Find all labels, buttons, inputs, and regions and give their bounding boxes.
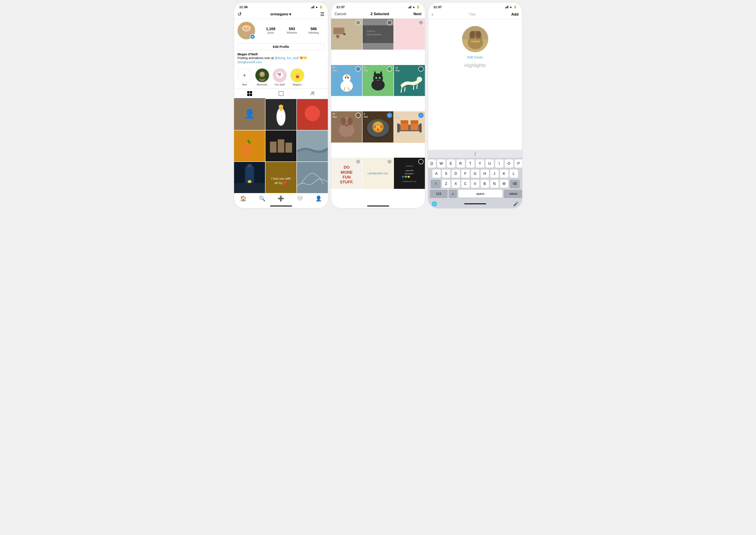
- tab-igtv[interactable]: [265, 89, 297, 99]
- key-x[interactable]: X: [452, 180, 460, 188]
- highlight-belgium[interactable]: 🍟 Belgium: [290, 68, 304, 86]
- key-r[interactable]: R: [456, 159, 465, 168]
- grid-post[interactable]: [297, 130, 328, 161]
- add-button[interactable]: Add: [511, 12, 518, 17]
- key-m[interactable]: M: [500, 180, 508, 188]
- home-icon[interactable]: 🏠: [240, 195, 247, 202]
- profile-icon[interactable]: 👤: [315, 195, 322, 202]
- key-l[interactable]: L: [510, 170, 518, 178]
- grid-post[interactable]: I love you with all my ❤️: [265, 162, 296, 193]
- cover-photo: [462, 26, 488, 52]
- back-button[interactable]: ‹: [432, 12, 433, 17]
- return-key[interactable]: return: [504, 190, 522, 198]
- key-b[interactable]: B: [481, 180, 489, 188]
- media-item-dog[interactable]: 23Sep: [331, 111, 362, 142]
- svg-text:MORE: MORE: [340, 170, 352, 175]
- highlight-memories[interactable]: Memories: [255, 68, 269, 86]
- svg-point-58: [347, 77, 349, 79]
- highlight-nav: ‹ Title Add: [428, 10, 522, 19]
- key-w[interactable]: W: [437, 159, 446, 168]
- key-y[interactable]: Y: [476, 159, 484, 168]
- bio-handle[interactable]: @doing_fun_stuff: [275, 56, 299, 60]
- new-story-button[interactable]: + New: [238, 68, 252, 86]
- key-f[interactable]: F: [461, 170, 470, 178]
- key-n[interactable]: N: [490, 180, 499, 188]
- key-g[interactable]: G: [471, 170, 479, 178]
- globe-icon[interactable]: 🌐: [432, 201, 437, 207]
- edit-profile-button[interactable]: Edit Profile: [238, 43, 325, 50]
- grid-post[interactable]: [297, 99, 328, 130]
- svg-rect-95: [411, 123, 418, 130]
- key-e[interactable]: E: [447, 159, 455, 168]
- status-bar-2: 11:37 ▲ 🔋: [331, 2, 425, 10]
- history-icon[interactable]: ↺: [238, 12, 242, 17]
- grid-post[interactable]: [234, 130, 265, 161]
- svg-rect-94: [400, 123, 408, 130]
- grid-post[interactable]: [234, 162, 265, 193]
- grid-post[interactable]: 👤: [234, 99, 265, 130]
- svg-rect-15: [247, 94, 250, 96]
- title-input-placeholder[interactable]: Title: [469, 12, 476, 17]
- media-item-goat[interactable]: 12Sep: [394, 65, 425, 96]
- media-item-food[interactable]: 5Oct ✓: [363, 111, 393, 142]
- grid-post[interactable]: [265, 99, 296, 130]
- key-t[interactable]: T: [466, 159, 474, 168]
- key-i[interactable]: I: [495, 159, 503, 168]
- followers-stat[interactable]: 593 followers: [287, 27, 297, 34]
- search-icon[interactable]: 🔍: [259, 195, 265, 202]
- key-j[interactable]: J: [490, 170, 499, 178]
- edit-cover-link[interactable]: Edit Cover: [467, 55, 483, 59]
- media-item-chicken[interactable]: 10Sep: [331, 65, 362, 96]
- posts-grid: 👤: [234, 99, 328, 193]
- status-bar-3: 11:37 ▲ 🔋: [428, 2, 522, 10]
- key-p[interactable]: P: [514, 159, 522, 168]
- cancel-button[interactable]: Cancel: [335, 12, 346, 16]
- following-stat[interactable]: 586 following: [309, 27, 319, 34]
- media-item[interactable]: [394, 19, 425, 50]
- tab-tagged[interactable]: [297, 89, 328, 99]
- svg-text:🐕: 🐕: [277, 72, 282, 77]
- bio-link[interactable]: doingfunstuff.com: [238, 60, 325, 64]
- activity-icon[interactable]: 🤍: [296, 195, 303, 202]
- media-item-rolls[interactable]: 6Oct ✓: [394, 111, 425, 142]
- key-s[interactable]: S: [442, 170, 450, 178]
- key-z[interactable]: Z: [442, 180, 450, 188]
- svg-point-65: [375, 77, 377, 79]
- media-item-text2[interactable]: I APPRECIATE YOU.: [363, 158, 393, 189]
- tab-grid[interactable]: [234, 89, 265, 99]
- numbers-key[interactable]: 123: [430, 190, 447, 198]
- key-v[interactable]: V: [471, 180, 479, 188]
- select-indicator: [356, 20, 361, 25]
- key-h[interactable]: H: [481, 170, 489, 178]
- grid-post[interactable]: [265, 130, 296, 161]
- delete-key[interactable]: ⌫: [510, 180, 520, 188]
- highlight-fun-stuff[interactable]: 🐕 Fun Stuff: [273, 68, 287, 86]
- key-k[interactable]: K: [500, 170, 508, 178]
- key-o[interactable]: O: [505, 159, 513, 168]
- username-button[interactable]: ormegano ▾: [270, 12, 291, 17]
- hamburger-menu-icon[interactable]: ☰: [320, 12, 325, 17]
- mic-icon[interactable]: 🎤: [513, 201, 519, 207]
- key-u[interactable]: U: [485, 159, 494, 168]
- media-item[interactable]: [331, 19, 362, 50]
- grid-post[interactable]: [297, 162, 328, 193]
- key-c[interactable]: C: [461, 180, 470, 188]
- key-a[interactable]: A: [432, 170, 441, 178]
- media-item[interactable]: Feel so last weekend: [363, 19, 393, 50]
- followers-label: followers: [287, 31, 297, 34]
- media-item-cat[interactable]: 11Sep: [363, 65, 393, 96]
- battery-icon: 🔋: [319, 5, 323, 9]
- key-d[interactable]: D: [452, 170, 460, 178]
- create-post-icon[interactable]: ➕: [278, 195, 284, 202]
- space-key[interactable]: space: [458, 190, 502, 198]
- add-story-button[interactable]: +: [250, 34, 255, 39]
- svg-rect-55: [345, 81, 348, 87]
- next-button[interactable]: Next: [414, 12, 421, 16]
- shift-key[interactable]: ⇧: [431, 180, 441, 188]
- media-grid: Feel so last weekend: [331, 19, 425, 204]
- emoji-key[interactable]: ☺: [449, 190, 457, 198]
- media-item-dark[interactable]: leahojing I appreciate @ormegano ! 💙💚💛 I…: [394, 158, 425, 189]
- svg-text:👤: 👤: [244, 108, 255, 119]
- key-q[interactable]: Q: [428, 159, 436, 168]
- media-item-text1[interactable]: DO MORE FUN STUFF.: [331, 158, 362, 189]
